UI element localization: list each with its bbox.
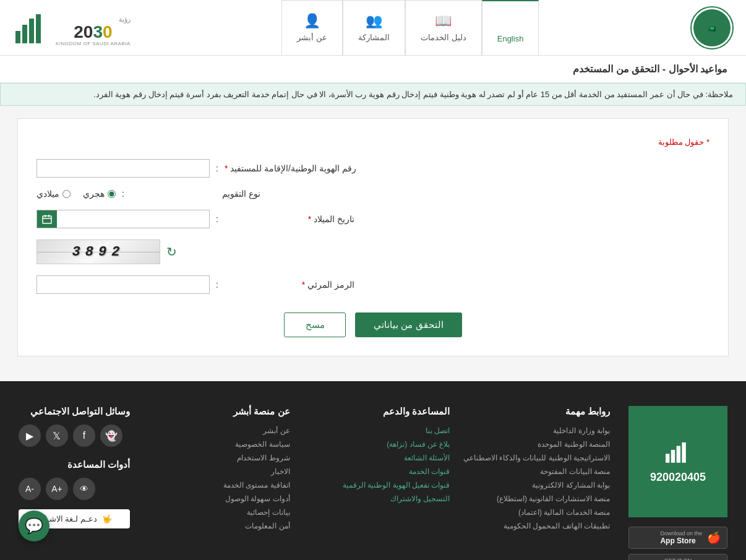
vision-text-label: رؤية [119, 15, 131, 24]
footer-link-item[interactable]: منصة الخدمات المالية (اعتماد) [462, 508, 610, 517]
footer-support-item[interactable]: بلاغ عن فساد (نزاهة) [302, 440, 450, 449]
footer-links-list: بوابة وزارة الداخلية المنصة الوطنية المو… [462, 426, 610, 530]
footer-support-title: المساعدة والدعم [302, 406, 450, 417]
nav-item-participation[interactable]: 👥 المشاركة [343, 0, 405, 56]
hijri-radio[interactable] [108, 190, 116, 198]
footer-support-list: اتصل بنا بلاغ عن فساد (نزاهة) الأسئلة ال… [302, 426, 450, 503]
id-input-area [36, 159, 210, 178]
vision-2030-logo: رؤية 📊 2030 KINGDOM OF SAUDI ARABIA [56, 9, 131, 46]
snapchat-icon-btn[interactable]: 👻 [100, 424, 122, 447]
footer-links-title: روابط مهمة [462, 406, 610, 417]
footer-link-item[interactable]: المنصة الوطنية الموحدة [462, 440, 610, 449]
footer-link-item[interactable]: تطبيقات الهاتف المحمول الحكومية [462, 522, 610, 530]
footer-support-item[interactable]: اتصل بنا [302, 426, 450, 435]
captcha-display-text: 3892 [72, 244, 125, 260]
channels-link[interactable]: قنوات الخدمة [409, 467, 450, 476]
footer-link-item[interactable]: بوابة المشاركة الالكترونية [462, 481, 610, 489]
header-logo-area: 🇸🇦 [690, 6, 734, 50]
footer-col-about: عن منصة أبشر عن أبشر سياسة الخصوصية شروط… [142, 406, 290, 535]
captcha-refresh-button[interactable]: ↻ [166, 244, 177, 259]
hijri-radio-item[interactable]: هجري [83, 189, 116, 199]
svg-rect-14 [671, 450, 675, 463]
svg-rect-6 [22, 25, 27, 43]
appstore-badge[interactable]: 🍎 Download on the App Store [628, 527, 727, 549]
footer-social-title: وسائل التواصل الاجتماعي [19, 406, 130, 417]
nav-label-services-guide: دليل الخدمات [421, 33, 466, 42]
twitter-icon-btn[interactable]: 𝕏 [46, 424, 68, 447]
eye-accessibility-icon[interactable]: 👁 [73, 478, 95, 500]
increase-font-icon[interactable]: +A [46, 478, 68, 500]
social-icons-row: 👻 f 𝕏 ▶ [19, 424, 130, 447]
nav-item-english[interactable]: 🌐 English [482, 0, 539, 56]
saudi-emblem-logo: 🇸🇦 [690, 6, 734, 50]
googleplay-badge[interactable]: ▶ GET IT ON Google Play [628, 554, 727, 560]
app-badges: 🍎 Download on the App Store ▶ GET IT ON … [628, 527, 727, 560]
footer-support-item[interactable]: الأسئلة الشائعة [302, 454, 450, 462]
people-icon: 👥 [366, 13, 382, 29]
svg-rect-8 [36, 14, 41, 43]
footer-brand: 920020405 [628, 406, 727, 517]
svg-rect-5 [15, 31, 20, 43]
header: 🇸🇦 🌐 English 📖 دليل الخدمات 👥 المشاركة 👤… [0, 0, 746, 56]
sign-language-icon: 🤟 [102, 514, 112, 523]
form-row-captcha-image: ↻ 3892 [36, 239, 710, 264]
nav-label-absher: عن أبشر [297, 33, 327, 42]
footer-link-item[interactable]: منصة الاستشارات القانونية (استطلاع) [462, 494, 610, 503]
appstore-text: Download on the App Store [660, 530, 702, 545]
footer-about-title: عن منصة أبشر [142, 406, 290, 417]
footer-link-item[interactable]: منصة البيانات المفتوحة [462, 467, 610, 476]
footer-about-item[interactable]: شروط الاستخدام [142, 454, 290, 462]
form-actions: التحقق من بياناتي مسح [36, 312, 710, 337]
footer-support-item[interactable]: قنوات تفعيل الهوية الوطنية الرقمية [302, 481, 450, 489]
birthdate-input[interactable] [57, 210, 209, 228]
person-icon: 👤 [304, 13, 320, 29]
form-row-birthdate: تاريخ الميلاد * : [36, 210, 710, 228]
faq-link[interactable]: الأسئلة الشائعة [404, 454, 450, 462]
facebook-icon-btn[interactable]: f [73, 424, 95, 447]
footer-about-item[interactable]: اتفاقية مستوى الخدمة [142, 481, 290, 489]
footer-about-item[interactable]: أمن المعلومات [142, 522, 290, 530]
calendar-type-label: نوع التقويم [131, 189, 267, 199]
miladi-radio-item[interactable]: ميلادي [36, 189, 71, 199]
footer-about-item[interactable]: الاخبار [142, 467, 290, 476]
nav-item-services-guide[interactable]: 📖 دليل الخدمات [405, 0, 482, 56]
register-link[interactable]: التسجيل والاشتراك [390, 494, 450, 503]
footer-about-item[interactable]: عن أبشر [142, 426, 290, 435]
miladi-radio[interactable] [62, 190, 71, 198]
appstore-name: App Store [660, 536, 702, 545]
svg-rect-16 [682, 442, 685, 463]
birthdate-separator: : [210, 214, 225, 224]
contact-link[interactable]: اتصل بنا [426, 426, 450, 435]
appstore-download-label: Download on the [660, 530, 702, 536]
calendar-picker-button[interactable] [37, 210, 57, 228]
tools-title: أدوات المساعدة [19, 459, 130, 470]
captcha-input-area [36, 275, 210, 294]
footer-link-item[interactable]: الاستراتيجية الوطنية للبيانات والذكاء ال… [462, 454, 610, 462]
clear-button[interactable]: مسح [284, 312, 346, 337]
footer-support-item[interactable]: قنوات الخدمة [302, 467, 450, 476]
footer-support-item[interactable]: التسجيل والاشتراك [302, 494, 450, 503]
digital-id-link[interactable]: قنوات تفعيل الهوية الوطنية الرقمية [343, 481, 450, 489]
calendar-input-area: هجري ميلادي [36, 189, 116, 199]
decrease-font-icon[interactable]: -A [19, 478, 41, 500]
footer-about-item[interactable]: سياسة الخصوصية [142, 440, 290, 449]
corruption-link[interactable]: بلاغ عن فساد (نزاهة) [387, 440, 450, 449]
youtube-icon-btn[interactable]: ▶ [19, 424, 41, 447]
captcha-separator: : [210, 280, 225, 290]
footer-columns: روابط مهمة بوابة وزارة الداخلية المنصة ا… [19, 406, 610, 535]
verify-button[interactable]: التحقق من بياناتي [355, 312, 461, 337]
chat-icon: 💬 [25, 517, 43, 535]
notice-text: ملاحظة: في حال أن عمر المستفيد من الخدمة… [93, 90, 733, 99]
chat-support-button[interactable]: 💬 [19, 510, 49, 541]
main-content: حقول مطلوبة رقم الهوية الوطنية/الإقامة ل… [17, 118, 729, 356]
book-icon: 📖 [435, 13, 452, 29]
notice-bar: ملاحظة: في حال أن عمر المستفيد من الخدمة… [0, 83, 746, 106]
id-input[interactable] [36, 159, 210, 178]
captcha-input[interactable] [36, 275, 210, 294]
nav-item-absher[interactable]: 👤 عن أبشر [281, 0, 343, 56]
footer-about-item[interactable]: أدوات سهولة الوصول [142, 494, 290, 503]
footer-about-list: عن أبشر سياسة الخصوصية شروط الاستخدام ال… [142, 426, 290, 530]
footer-link-item[interactable]: بوابة وزارة الداخلية [462, 426, 610, 435]
header-nav: 🌐 English 📖 دليل الخدمات 👥 المشاركة 👤 عن… [281, 0, 539, 56]
footer-about-item[interactable]: بيانات إحصائية [142, 508, 290, 517]
